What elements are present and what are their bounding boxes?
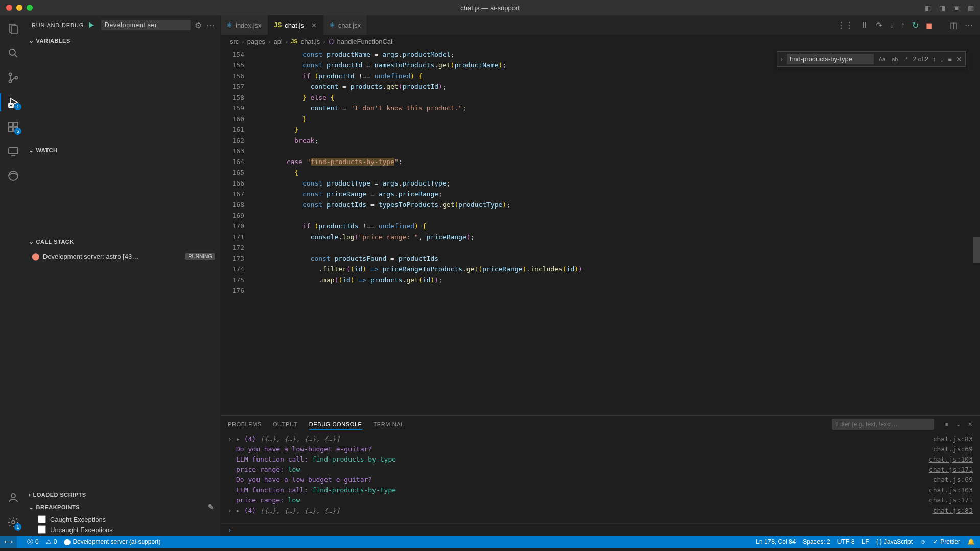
find-input[interactable] bbox=[787, 54, 874, 64]
console-filter-input[interactable] bbox=[832, 419, 934, 430]
search-icon[interactable] bbox=[6, 46, 20, 60]
close-tab-icon[interactable]: ✕ bbox=[311, 21, 317, 29]
status-bar: ⟷ ⓧ 0 ⚠ 0 ⬤ Development server (ai-suppo… bbox=[0, 536, 980, 548]
remote-icon[interactable] bbox=[6, 144, 20, 158]
collapse-panel-icon[interactable]: ⌄ bbox=[956, 421, 961, 428]
accounts-icon[interactable] bbox=[6, 491, 20, 505]
prettier-status[interactable]: ✓ Prettier bbox=[933, 538, 960, 545]
expand-object-icon[interactable]: › bbox=[228, 506, 236, 516]
debug-console-output[interactable]: › ▸ (4) [{…}, {…}, {…}, {…}] chat.js:83 … bbox=[221, 433, 980, 523]
find-prev-icon[interactable]: ↑ bbox=[932, 55, 936, 63]
remote-indicator[interactable]: ⟷ bbox=[0, 536, 17, 548]
eol[interactable]: LF bbox=[862, 538, 869, 545]
breakpoint-uncaught[interactable]: Uncaught Exceptions bbox=[27, 524, 220, 535]
line-gutter: 1541551561571581591601611621631641651661… bbox=[221, 48, 254, 415]
breadcrumb-function[interactable]: handleFunctionCall bbox=[337, 38, 394, 45]
restart-button[interactable]: ↻ bbox=[912, 20, 919, 30]
warnings-count[interactable]: ⚠ 0 bbox=[46, 538, 57, 545]
run-debug-icon[interactable]: 1 bbox=[6, 95, 20, 109]
whole-word-icon[interactable]: ab bbox=[891, 55, 899, 63]
regex-icon[interactable]: .* bbox=[903, 55, 908, 63]
more-actions-icon[interactable]: ⋯ bbox=[965, 20, 973, 30]
breadcrumb[interactable]: src › pages › api › JS chat.js › ⬡ handl… bbox=[221, 35, 980, 48]
breadcrumb-api[interactable]: api bbox=[273, 38, 282, 45]
callstack-item[interactable]: ⬤ Development server: astro [43… RUNNING bbox=[27, 250, 220, 262]
variables-header[interactable]: ⌄ VARIABLES bbox=[27, 35, 220, 47]
source-control-icon[interactable] bbox=[6, 71, 20, 85]
explorer-icon[interactable] bbox=[6, 21, 20, 36]
split-editor-icon[interactable]: ◫ bbox=[950, 20, 958, 30]
pause-button[interactable]: ⏸ bbox=[860, 20, 869, 30]
loaded-scripts-header[interactable]: › LOADED SCRIPTS bbox=[27, 489, 220, 501]
start-debug-button[interactable] bbox=[88, 20, 97, 30]
close-find-icon[interactable]: ✕ bbox=[956, 55, 962, 63]
debug-badge: 1 bbox=[14, 103, 21, 110]
caught-checkbox[interactable] bbox=[38, 515, 46, 523]
chevron-right-icon: › bbox=[242, 38, 244, 45]
breadcrumb-file[interactable]: chat.js bbox=[301, 38, 320, 45]
language-mode[interactable]: { } JavaScript bbox=[876, 538, 913, 545]
uncaught-checkbox[interactable] bbox=[38, 525, 46, 534]
tab-chat-js[interactable]: JS chat.js ✕ bbox=[268, 15, 323, 35]
scroll-thumb[interactable] bbox=[973, 237, 980, 263]
expand-find-icon[interactable]: › bbox=[780, 55, 782, 63]
source-link[interactable]: chat.js:103 bbox=[919, 454, 973, 465]
tab-terminal[interactable]: Terminal bbox=[374, 419, 404, 429]
tab-debug-console[interactable]: Debug Console bbox=[309, 419, 362, 430]
toggle-panel-icon[interactable]: ◨ bbox=[939, 4, 945, 12]
code-editor[interactable]: const productName = args.productModel; c… bbox=[254, 48, 980, 415]
breadcrumb-src[interactable]: src bbox=[230, 38, 239, 45]
breakpoints-header[interactable]: ⌄ BREAKPOINTS ✎ bbox=[27, 501, 220, 513]
breakpoints-section: ⌄ BREAKPOINTS ✎ Caught Exceptions Uncaug… bbox=[27, 501, 220, 536]
drag-handle-icon[interactable]: ⋮⋮ bbox=[837, 20, 853, 30]
breakpoint-caught[interactable]: Caught Exceptions bbox=[27, 514, 220, 524]
indentation[interactable]: Spaces: 2 bbox=[803, 538, 830, 545]
debug-more-icon[interactable]: ⋯ bbox=[206, 20, 215, 30]
expand-object-icon[interactable]: › bbox=[228, 434, 236, 444]
source-link[interactable]: chat.js:83 bbox=[923, 506, 973, 516]
tab-index-jsx[interactable]: ⚛ index.jsx bbox=[221, 15, 268, 35]
settings-gear-icon[interactable]: 1 bbox=[6, 515, 20, 530]
watch-header[interactable]: ⌄ WATCH bbox=[27, 144, 220, 156]
customize-layout-icon[interactable]: ▦ bbox=[968, 4, 974, 12]
source-link[interactable]: chat.js:171 bbox=[919, 495, 973, 506]
callstack-header[interactable]: ⌄ CALL STACK bbox=[27, 236, 220, 248]
source-link[interactable]: chat.js:171 bbox=[919, 465, 973, 475]
clear-console-icon[interactable]: ≡ bbox=[945, 421, 949, 428]
stop-button[interactable]: ◼ bbox=[926, 20, 932, 30]
toggle-secondary-sidebar-icon[interactable]: ▣ bbox=[953, 4, 960, 12]
source-link[interactable]: chat.js:69 bbox=[923, 475, 973, 485]
step-into-button[interactable]: ↓ bbox=[890, 20, 894, 30]
maximize-window-button[interactable] bbox=[27, 5, 33, 11]
step-out-button[interactable]: ↑ bbox=[901, 20, 905, 30]
debug-settings-icon[interactable]: ⚙ bbox=[195, 20, 202, 30]
function-icon: ⬡ bbox=[329, 38, 334, 45]
encoding[interactable]: UTF-8 bbox=[837, 538, 855, 545]
find-next-icon[interactable]: ↓ bbox=[940, 55, 944, 63]
debug-server-status[interactable]: ⬤ Development server (ai-support) bbox=[64, 538, 160, 545]
tab-chat-jsx[interactable]: ⚛ chat.jsx bbox=[323, 15, 367, 35]
edge-icon[interactable] bbox=[6, 169, 20, 183]
toggle-primary-sidebar-icon[interactable]: ◧ bbox=[925, 4, 931, 12]
extensions-icon[interactable]: 6 bbox=[6, 120, 20, 134]
minimize-window-button[interactable] bbox=[16, 5, 22, 11]
tab-output[interactable]: Output bbox=[273, 419, 298, 429]
feedback-icon[interactable]: ☺ bbox=[920, 538, 926, 545]
step-over-button[interactable]: ↷ bbox=[876, 20, 882, 30]
breadcrumb-pages[interactable]: pages bbox=[247, 38, 265, 45]
match-case-icon[interactable]: Aa bbox=[878, 55, 886, 63]
debug-sidebar: RUN AND DEBUG Development ser ⚙ ⋯ ⌄ VARI… bbox=[27, 15, 221, 536]
errors-count[interactable]: ⓧ 0 bbox=[27, 538, 39, 546]
source-link[interactable]: chat.js:83 bbox=[923, 434, 973, 444]
source-link[interactable]: chat.js:103 bbox=[919, 485, 973, 495]
source-link[interactable]: chat.js:69 bbox=[923, 444, 973, 454]
close-window-button[interactable] bbox=[6, 5, 12, 11]
notifications-icon[interactable]: 🔔 bbox=[967, 538, 975, 545]
minimap[interactable] bbox=[973, 48, 980, 415]
find-selection-icon[interactable]: ≡ bbox=[948, 55, 952, 63]
cursor-position[interactable]: Ln 178, Col 84 bbox=[756, 538, 796, 545]
edit-icon[interactable]: ✎ bbox=[208, 503, 215, 511]
close-panel-icon[interactable]: ✕ bbox=[968, 421, 973, 428]
debug-config-select[interactable]: Development ser bbox=[101, 20, 191, 30]
tab-problems[interactable]: Problems bbox=[228, 419, 262, 429]
